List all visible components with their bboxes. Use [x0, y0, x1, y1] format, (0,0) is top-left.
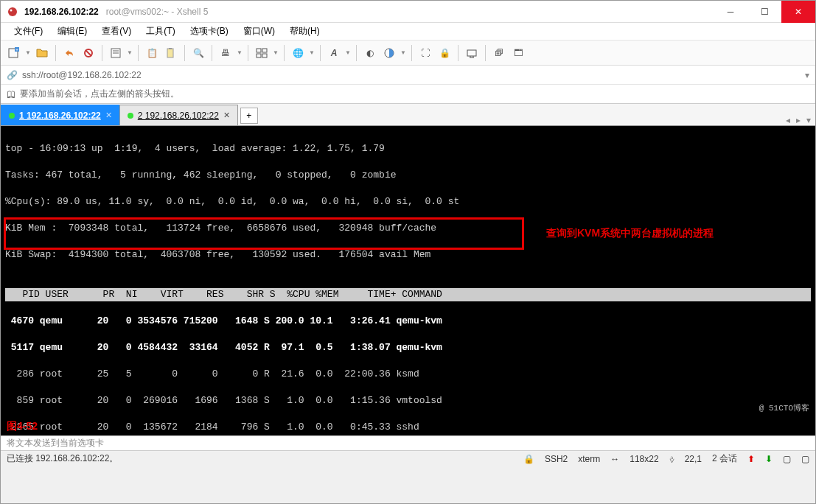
svg-line-6 — [86, 50, 91, 56]
app-icon — [7, 6, 18, 18]
lock-icon: 🔒 — [523, 454, 534, 464]
log-icon[interactable]: 🗊 — [490, 44, 508, 62]
dropdown-icon[interactable]: ▼ — [126, 44, 133, 62]
address-bar: 🔗 ssh://root@192.168.26.102:22 ▾ — [1, 66, 815, 85]
top-header-row: PID USER PR NI VIRT RES SHR S %CPU %MEM … — [5, 288, 811, 301]
tab-prev-icon[interactable]: ◂ — [786, 115, 790, 125]
dropdown-icon[interactable]: ▼ — [344, 44, 352, 62]
process-row: 286 root 25 5 0 0 0 R 21.6 0.0 22:00.36 … — [5, 368, 811, 381]
color-scheme-icon[interactable]: ◐ — [361, 44, 379, 62]
menu-bar: 文件(F) 编辑(E) 查看(V) 工具(T) 选项卡(B) 窗口(W) 帮助(… — [1, 23, 815, 41]
process-row: 4670 qemu 20 0 3534576 715200 1648 S 200… — [5, 315, 811, 328]
paste-icon[interactable] — [162, 44, 180, 62]
highlight-box — [4, 217, 524, 250]
upload-icon[interactable]: ⬆ — [747, 454, 755, 464]
svg-rect-17 — [467, 50, 476, 56]
svg-rect-14 — [257, 54, 261, 57]
num-icon: ▢ — [801, 454, 809, 464]
close-icon[interactable]: ✕ — [105, 111, 112, 120]
process-row: 2265 root 20 0 135672 2184 796 S 1.0 0.0… — [5, 421, 811, 434]
title-bar: 192.168.26.102:22 root@vms002:~ - Xshell… — [1, 1, 815, 23]
menu-file[interactable]: 文件(F) — [8, 24, 49, 39]
send-text-bar[interactable]: 将文本发送到当前选项卡 — [1, 435, 815, 450]
tab-session-2[interactable]: 2 192.168.26.102:22 ✕ — [119, 105, 238, 125]
menu-edit[interactable]: 编辑(E) — [52, 24, 93, 39]
status-dot-icon — [9, 113, 15, 119]
status-bar: 已连接 192.168.26.102:22。 🔒 SSH2 xterm ↔ 11… — [1, 450, 815, 466]
link-icon: 🔗 — [7, 70, 18, 80]
web-icon[interactable]: 🌐 — [289, 44, 307, 62]
search-icon[interactable]: 🔍 — [189, 44, 207, 62]
tab-label: 1 192.168.26.102:22 — [19, 111, 101, 121]
tab-session-1[interactable]: 1 192.168.26.102:22 ✕ — [1, 105, 120, 125]
copy-icon[interactable]: 📋 — [143, 44, 161, 62]
process-row: 859 root 20 0 269016 1696 1368 S 1.0 0.0… — [5, 394, 811, 407]
watermark: @ 51CTO博客 — [759, 402, 809, 415]
send-text-label: 将文本发送到当前选项卡 — [7, 437, 104, 449]
download-icon[interactable]: ⬇ — [765, 454, 773, 464]
properties-icon[interactable] — [107, 44, 125, 62]
bookmark-icon[interactable]: 🕮 — [7, 89, 15, 99]
svg-rect-15 — [262, 54, 267, 57]
status-connection: 已连接 192.168.26.102:22。 — [7, 452, 118, 465]
address-text[interactable]: ssh://root@192.168.26.102:22 — [22, 70, 801, 80]
toolbar: + ▼ ▼ 📋 🔍 🖶 ▼ ▼ 🌐 ▼ A ▼ ◐ ▼ ⛶ 🔒 🗊 🗔 — [1, 41, 815, 66]
svg-rect-12 — [257, 49, 261, 52]
print-icon[interactable]: 🖶 — [217, 44, 234, 62]
close-icon[interactable]: ✕ — [223, 111, 230, 120]
resize-icon: ↔ — [610, 454, 619, 464]
svg-text:+: + — [15, 47, 18, 52]
tab-next-icon[interactable]: ▸ — [796, 115, 801, 125]
font-icon[interactable]: A — [325, 44, 343, 62]
hint-bar: 🕮 要添加当前会话，点击左侧的箭头按钮。 — [1, 85, 815, 104]
svg-rect-10 — [167, 49, 173, 57]
status-dot-icon — [128, 113, 133, 119]
fullscreen-icon[interactable]: ⛶ — [416, 44, 434, 62]
tab-bar: 1 192.168.26.102:22 ✕ 2 192.168.26.102:2… — [1, 104, 815, 126]
top-tasks-line: Tasks: 467 total, 5 running, 462 sleepin… — [5, 169, 811, 182]
tab-menu-icon[interactable]: ▾ — [806, 115, 811, 125]
menu-view[interactable]: 查看(V) — [96, 24, 137, 39]
dropdown-icon[interactable]: ▼ — [24, 44, 32, 62]
menu-window[interactable]: 窗口(W) — [237, 24, 281, 39]
dropdown-icon[interactable]: ▼ — [400, 44, 407, 62]
svg-point-0 — [8, 7, 17, 16]
window-title: 192.168.26.102:22 — [24, 7, 99, 17]
lock-icon[interactable]: 🔒 — [436, 44, 453, 62]
script-icon[interactable]: 🗔 — [509, 44, 527, 62]
new-session-icon[interactable]: + — [5, 44, 23, 62]
color-icon[interactable] — [380, 44, 398, 62]
dropdown-icon[interactable]: ▼ — [236, 44, 243, 62]
dropdown-icon[interactable]: ▼ — [308, 44, 315, 62]
status-protocol: SSH2 — [545, 454, 568, 464]
disconnect-icon[interactable] — [80, 44, 97, 62]
close-button[interactable]: ✕ — [781, 1, 815, 23]
open-icon[interactable] — [33, 44, 51, 62]
terminal-output[interactable]: top - 16:09:13 up 1:19, 4 users, load av… — [1, 126, 815, 435]
annotation-label: 查询到KVM系统中两台虚拟机的进程 — [546, 226, 714, 239]
hint-text: 要添加当前会话，点击左侧的箭头按钮。 — [20, 88, 179, 100]
tab-label: 2 192.168.26.102:22 — [138, 111, 219, 121]
status-size: 118x22 — [630, 454, 658, 464]
top-swap-line: KiB Swap: 4194300 total, 4063708 free, 1… — [5, 248, 811, 262]
svg-rect-13 — [262, 49, 267, 52]
svg-rect-11 — [169, 48, 172, 49]
sessions-icon[interactable] — [253, 44, 271, 62]
menu-tab[interactable]: 选项卡(B) — [184, 24, 234, 39]
menu-tools[interactable]: 工具(T) — [140, 24, 181, 39]
transfer-icon[interactable] — [463, 44, 481, 62]
reconnect-icon[interactable] — [60, 44, 78, 62]
menu-help[interactable]: 帮助(H) — [284, 24, 326, 39]
minimize-button[interactable]: ─ — [714, 1, 747, 23]
add-tab-button[interactable]: + — [240, 108, 258, 124]
svg-point-1 — [10, 9, 13, 11]
process-row: 5117 qemu 20 0 4584432 33164 4052 R 97.1… — [5, 341, 811, 354]
cap-icon: ▢ — [783, 454, 791, 464]
top-summary-line: top - 16:09:13 up 1:19, 4 users, load av… — [5, 142, 811, 155]
dropdown-icon[interactable]: ▼ — [272, 44, 279, 62]
maximize-button[interactable]: ☐ — [747, 1, 781, 23]
top-cpu-line: %Cpu(s): 89.0 us, 11.0 sy, 0.0 ni, 0.0 i… — [5, 195, 811, 209]
cursor-icon: ⎀ — [669, 454, 674, 464]
dropdown-icon[interactable]: ▾ — [805, 70, 809, 80]
status-sessions: 2 会话 — [712, 452, 737, 465]
